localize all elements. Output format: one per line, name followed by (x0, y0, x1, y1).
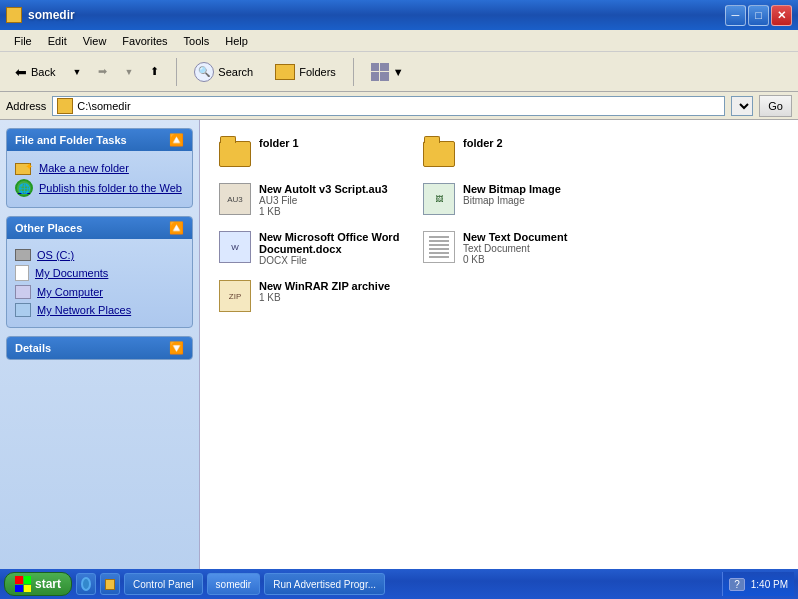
titlebar: somedir ─ □ ✕ (0, 0, 798, 30)
search-icon: 🔍 (194, 62, 214, 82)
maximize-button[interactable]: □ (748, 5, 769, 26)
os-drive-link[interactable]: OS (C:) (15, 249, 184, 261)
tray-time: 1:40 PM (751, 579, 788, 590)
menu-edit[interactable]: Edit (40, 33, 75, 49)
tasks-panel-header[interactable]: File and Folder Tasks 🔼 (7, 129, 192, 151)
places-panel-title: Other Places (15, 222, 82, 234)
views-button[interactable]: ▼ (362, 58, 413, 86)
taskbar-folder-icon[interactable] (100, 573, 120, 595)
file-name: New WinRAR ZIP archive (259, 280, 405, 292)
documents-icon (15, 265, 29, 281)
menu-view[interactable]: View (75, 33, 115, 49)
up-button[interactable]: ⬆ (141, 60, 168, 83)
addressbar: Address C:\somedir Go (0, 92, 798, 120)
folders-button[interactable]: Folders (266, 59, 345, 85)
list-item[interactable]: 🖼 New Bitmap Image Bitmap Image (416, 178, 616, 222)
zip-icon: ZIP (219, 280, 251, 312)
start-button[interactable]: start (4, 572, 72, 596)
my-network-link[interactable]: My Network Places (15, 303, 184, 317)
au3-shape: AU3 (219, 183, 251, 215)
sidebar: File and Folder Tasks 🔼 ✦ Make a new fol… (0, 120, 200, 569)
up-arrow-icon: ⬆ (150, 65, 159, 78)
menu-file[interactable]: File (6, 33, 40, 49)
file-name: folder 1 (259, 137, 405, 149)
taskbar-ie-icon[interactable] (76, 573, 96, 595)
details-panel-header[interactable]: Details 🔽 (7, 337, 192, 359)
file-details: New Bitmap Image Bitmap Image (463, 183, 609, 206)
folder-icon (423, 137, 455, 169)
back-dropdown[interactable]: ▼ (68, 62, 85, 82)
menu-tools[interactable]: Tools (176, 33, 218, 49)
places-panel-body: OS (C:) My Documents My Computer My Netw… (7, 239, 192, 327)
bmp-shape: 🖼 (423, 183, 455, 215)
file-type: AU3 File (259, 195, 405, 206)
taskbar-somedir-label: somedir (216, 579, 252, 590)
list-item[interactable]: W New Microsoft Office Word Document.doc… (212, 226, 412, 271)
windows-logo-icon (15, 576, 31, 592)
start-label: start (35, 577, 61, 591)
file-type: DOCX File (259, 255, 405, 266)
menu-favorites[interactable]: Favorites (114, 33, 175, 49)
tasks-panel-toggle: 🔼 (169, 133, 184, 147)
txt-icon (423, 231, 455, 263)
publish-folder-link[interactable]: 🌐 Publish this folder to the Web (15, 179, 184, 197)
menubar: File Edit View Favorites Tools Help (0, 30, 798, 52)
places-panel-header[interactable]: Other Places 🔼 (7, 217, 192, 239)
address-dropdown[interactable] (731, 96, 753, 116)
folder-icon (219, 137, 251, 169)
list-item[interactable]: folder 1 (212, 132, 412, 174)
new-folder-icon: ✦ (15, 161, 33, 175)
make-new-folder-link[interactable]: ✦ Make a new folder (15, 161, 184, 175)
file-area: folder 1 folder 2 AU3 New AutoIt v3 Scri… (200, 120, 798, 569)
forward-dropdown[interactable]: ▼ (120, 62, 137, 82)
folders-icon (275, 64, 295, 80)
os-drive-label: OS (C:) (37, 249, 74, 261)
system-tray: ? 1:40 PM (722, 572, 794, 596)
toolbar: ⬅ Back ▼ ➡ ▼ ⬆ 🔍 Search Folders ▼ (0, 52, 798, 92)
file-size: 0 KB (463, 254, 609, 265)
address-folder-icon (57, 98, 73, 114)
list-item[interactable]: New Text Document Text Document 0 KB (416, 226, 616, 271)
docx-icon: W (219, 231, 251, 263)
search-button[interactable]: 🔍 Search (185, 57, 262, 87)
file-name: New AutoIt v3 Script.au3 (259, 183, 405, 195)
network-icon (15, 303, 31, 317)
list-item[interactable]: AU3 New AutoIt v3 Script.au3 AU3 File 1 … (212, 178, 412, 222)
back-label: Back (31, 66, 55, 78)
au3-icon: AU3 (219, 183, 251, 215)
menu-help[interactable]: Help (217, 33, 256, 49)
folder-tray-icon (105, 579, 115, 590)
details-panel: Details 🔽 (6, 336, 193, 360)
taskbar-control-panel[interactable]: Control Panel (124, 573, 203, 595)
file-name: New Text Document (463, 231, 609, 243)
taskbar-run-advertised[interactable]: Run Advertised Progr... (264, 573, 385, 595)
forward-button[interactable]: ➡ (89, 60, 116, 83)
my-documents-link[interactable]: My Documents (15, 265, 184, 281)
details-panel-toggle: 🔽 (169, 341, 184, 355)
file-details: New WinRAR ZIP archive 1 KB (259, 280, 405, 303)
tasks-panel-title: File and Folder Tasks (15, 134, 127, 146)
back-button[interactable]: ⬅ Back (6, 59, 64, 85)
address-path: C:\somedir (77, 100, 130, 112)
my-computer-link[interactable]: My Computer (15, 285, 184, 299)
taskbar-somedir[interactable]: somedir (207, 573, 261, 595)
list-item[interactable]: folder 2 (416, 132, 616, 174)
window-title: somedir (28, 8, 723, 22)
file-details: folder 1 (259, 137, 405, 149)
details-panel-title: Details (15, 342, 51, 354)
go-button[interactable]: Go (759, 95, 792, 117)
list-item[interactable]: ZIP New WinRAR ZIP archive 1 KB (212, 275, 412, 317)
tray-help[interactable]: ? (729, 578, 745, 591)
txt-shape (423, 231, 455, 263)
places-panel-toggle: 🔼 (169, 221, 184, 235)
bmp-icon: 🖼 (423, 183, 455, 215)
make-new-folder-label: Make a new folder (39, 162, 129, 174)
file-name: New Bitmap Image (463, 183, 609, 195)
places-panel: Other Places 🔼 OS (C:) My Documents My C… (6, 216, 193, 328)
folders-label: Folders (299, 66, 336, 78)
search-label: Search (218, 66, 253, 78)
main-area: File and Folder Tasks 🔼 ✦ Make a new fol… (0, 120, 798, 569)
close-button[interactable]: ✕ (771, 5, 792, 26)
minimize-button[interactable]: ─ (725, 5, 746, 26)
address-input[interactable]: C:\somedir (52, 96, 725, 116)
